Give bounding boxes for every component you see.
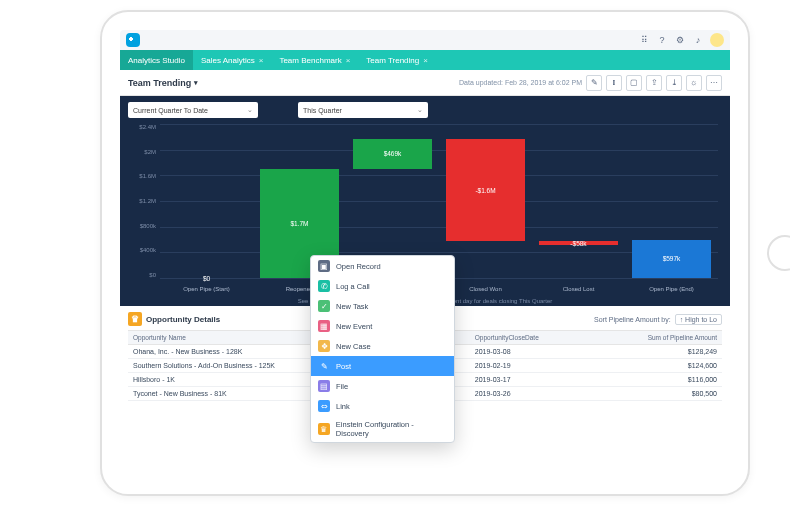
menu-item-icon: ▤ (318, 380, 330, 392)
context-menu-item[interactable]: ⇔Link (311, 396, 454, 416)
workspace-tab[interactable]: Team Benchmark× (271, 50, 358, 70)
panel-title: ♛ Opportunity Details (128, 312, 220, 326)
page-title[interactable]: Team Trending ▾ (128, 78, 198, 88)
download-icon[interactable]: ⤓ (666, 75, 682, 91)
sort-control[interactable]: Sort Pipeline Amount by: ↑ High to Lo (594, 314, 722, 325)
screen: ⠿ ? ⚙ ♪ Analytics StudioSales Analytics×… (120, 30, 730, 476)
column-header[interactable]: Sum of Pipeline Amount (578, 331, 722, 344)
y-axis-labels: $2.4M$2M$1.6M$1.2M$800k$400k$0 (126, 124, 156, 278)
close-icon[interactable]: × (346, 56, 351, 65)
menu-item-icon: ✓ (318, 300, 330, 312)
edit-icon[interactable]: ✎ (586, 75, 602, 91)
chart-bar[interactable]: $469k (353, 139, 431, 169)
close-icon[interactable]: × (259, 56, 264, 65)
salesforce-logo-icon (126, 33, 140, 47)
chevron-down-icon: ⌄ (247, 106, 253, 114)
context-menu-item[interactable]: ▣Open Record (311, 256, 454, 276)
menu-item-icon: ▦ (318, 320, 330, 332)
chevron-down-icon: ▾ (194, 79, 198, 87)
workspace-tabs: Analytics StudioSales Analytics×Team Ben… (120, 50, 730, 70)
header-actions: ⠿ ? ⚙ ♪ (638, 33, 724, 47)
menu-item-icon: ⇔ (318, 400, 330, 412)
dropdown-label: This Quarter (303, 107, 342, 114)
data-updated-label: Data updated: Feb 28, 2019 at 6:02 PM (459, 79, 582, 86)
menu-item-icon: ♛ (318, 423, 330, 435)
menu-item-icon: ▣ (318, 260, 330, 272)
workspace-tab[interactable]: Team Trending× (358, 50, 436, 70)
context-menu-item[interactable]: ✆Log a Call (311, 276, 454, 296)
workspace-tab[interactable]: Sales Analytics× (193, 50, 271, 70)
opportunity-icon: ♛ (128, 312, 142, 326)
column-header[interactable]: OpportunityCloseDate (470, 331, 578, 344)
home-button[interactable] (767, 235, 790, 271)
subscribe-icon[interactable]: ☼ (686, 75, 702, 91)
menu-item-icon: ✆ (318, 280, 330, 292)
app-launcher-icon[interactable]: ⠿ (638, 34, 650, 46)
menu-item-icon: ❖ (318, 340, 330, 352)
context-menu-item[interactable]: ❖New Case (311, 336, 454, 356)
avatar[interactable] (710, 33, 724, 47)
page-header: Team Trending ▾ Data updated: Feb 28, 20… (120, 70, 730, 96)
help-icon[interactable]: ? (656, 34, 668, 46)
context-menu-item[interactable]: ✓New Task (311, 296, 454, 316)
period-dropdown-right[interactable]: This Quarter ⌄ (298, 102, 428, 118)
chart-bar[interactable]: -$1.6M (446, 139, 524, 242)
chart-bar[interactable]: -$58k (539, 241, 617, 245)
tablet-frame: ⠿ ? ⚙ ♪ Analytics StudioSales Analytics×… (100, 10, 750, 496)
menu-item-icon: ✎ (318, 360, 330, 372)
context-menu-item[interactable]: ✎Post (311, 356, 454, 376)
context-menu: ▣Open Record✆Log a Call✓New Task▦New Eve… (310, 255, 455, 443)
period-dropdown-left[interactable]: Current Quarter To Date ⌄ (128, 102, 258, 118)
context-menu-item[interactable]: ♛Einstein Configuration - Discovery (311, 416, 454, 442)
more-icon[interactable]: ⋯ (706, 75, 722, 91)
share-icon[interactable]: ⇪ (646, 75, 662, 91)
global-header: ⠿ ? ⚙ ♪ (120, 30, 730, 50)
close-icon[interactable]: × (423, 56, 428, 65)
context-menu-item[interactable]: ▤File (311, 376, 454, 396)
notifications-bell-icon[interactable]: ♪ (692, 34, 704, 46)
dropdown-label: Current Quarter To Date (133, 107, 208, 114)
present-icon[interactable]: ▢ (626, 75, 642, 91)
settings-gear-icon[interactable]: ⚙ (674, 34, 686, 46)
chevron-down-icon: ⌄ (417, 106, 423, 114)
workspace-tab[interactable]: Analytics Studio (120, 50, 193, 70)
page-title-text: Team Trending (128, 78, 191, 88)
context-menu-item[interactable]: ▦New Event (311, 316, 454, 336)
chart-bar[interactable]: $597k (632, 240, 710, 278)
filter-icon[interactable]: ⫿ (606, 75, 622, 91)
